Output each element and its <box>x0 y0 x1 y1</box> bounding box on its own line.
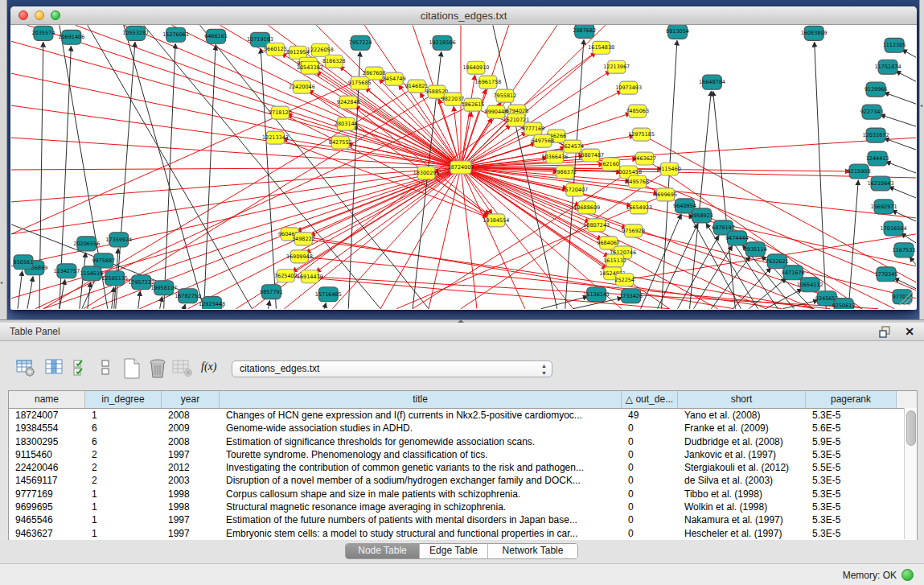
graph-node[interactable]: 7955812 <box>494 89 517 102</box>
graph-node[interactable]: 20206556 <box>73 237 100 251</box>
close-panel-icon[interactable]: ✕ <box>905 324 914 339</box>
graph-node[interactable]: 7986372 <box>553 166 577 179</box>
column-header-in_degree[interactable]: in_degree <box>85 391 162 408</box>
graph-node[interactable]: 850561 <box>14 255 34 270</box>
graph-node[interactable]: 1615132 <box>603 254 626 267</box>
column-header-out_de[interactable]: △ out_de... <box>622 391 678 408</box>
column-header-pagerank[interactable]: pagerank <box>806 391 897 408</box>
graph-node[interactable]: 8495768 <box>626 175 649 188</box>
graph-node[interactable]: 16154838 <box>588 41 614 54</box>
graph-node[interactable]: 19218586 <box>429 35 456 50</box>
graph-node[interactable]: 7485063 <box>626 105 649 117</box>
graph-node[interactable]: 8454749 <box>383 72 406 85</box>
table-row[interactable]: 977716911998Corpus callosum shape and si… <box>9 488 917 501</box>
graph-node[interactable]: 16782759 <box>175 289 201 303</box>
graph-node[interactable]: 9227343 <box>860 105 884 119</box>
graph-node[interactable]: 8186328 <box>322 55 346 68</box>
graph-node[interactable]: 8427552 <box>329 136 352 149</box>
graph-node[interactable]: 11751074 <box>875 60 901 74</box>
table-row[interactable]: 1830029562008Estimation of significance … <box>9 435 917 448</box>
graph-node[interactable]: 8958923 <box>690 208 713 223</box>
tab-network-table[interactable]: Network Table <box>488 544 577 558</box>
graph-node[interactable]: 17016504 <box>881 221 907 236</box>
graph-node[interactable]: 3624574 <box>561 140 584 153</box>
graph-node[interactable]: 9474444 <box>725 231 749 245</box>
graph-node[interactable]: 1244413 <box>866 151 889 166</box>
graph-node[interactable]: 9250612 <box>832 299 856 309</box>
graph-node[interactable]: 9756928 <box>622 225 645 237</box>
graph-node[interactable]: 2718120 <box>269 106 292 119</box>
graph-node[interactable]: 9699695 <box>654 188 677 201</box>
tab-node-table[interactable]: Node Table <box>346 544 420 558</box>
network-window-titlebar[interactable]: citations_edges.txt <box>10 6 917 25</box>
graph-node[interactable]: 1167533 <box>893 243 916 257</box>
graph-node[interactable]: 252254 <box>614 274 634 286</box>
graph-node[interactable]: 16909948 <box>286 250 313 263</box>
graph-node[interactable]: 12975185 <box>628 128 655 141</box>
graph-node[interactable]: 12505135 <box>101 271 128 286</box>
table-row[interactable]: 969969511998Structural magnetic resonanc… <box>9 501 917 513</box>
new-table-icon[interactable] <box>122 358 142 379</box>
table-column-icon[interactable] <box>45 358 64 377</box>
graph-node[interactable]: 8471676 <box>782 266 805 280</box>
column-header-name[interactable]: name <box>9 391 85 408</box>
graph-node[interactable]: 2035574 <box>32 26 55 40</box>
graph-node[interactable]: 9175685 <box>348 76 372 89</box>
graph-node[interactable]: 16961758 <box>474 76 501 89</box>
select-all-icon[interactable] <box>72 358 92 377</box>
graph-node[interactable]: 8813054 <box>666 25 689 39</box>
table-source-select[interactable]: citations_edges.txt ▲▼ <box>232 360 552 377</box>
graph-node[interactable]: 20691406 <box>58 30 84 44</box>
graph-node[interactable]: 12923448 <box>199 297 225 309</box>
graph-node[interactable]: 10654112 <box>797 278 823 292</box>
graph-node[interactable]: 1770345 <box>875 267 898 282</box>
graph-node[interactable]: 2087682 <box>573 25 596 38</box>
column-header-short[interactable]: short <box>678 391 806 408</box>
column-header-title[interactable]: title <box>220 391 622 408</box>
graph-node[interactable]: 16083809 <box>801 26 827 40</box>
graph-node[interactable]: 15716485 <box>315 287 342 302</box>
graph-node[interactable]: 1862615 <box>462 98 485 111</box>
graph-node[interactable]: 12213967 <box>603 60 630 73</box>
graph-node[interactable]: 3498222 <box>292 233 315 245</box>
graph-node[interactable]: 17359924 <box>105 233 132 247</box>
graph-node[interactable]: 18640910 <box>463 61 490 74</box>
graph-node[interactable]: 1154519 <box>80 266 103 281</box>
graph-node[interactable]: 15276061 <box>162 27 189 42</box>
graph-node[interactable]: 12342757 <box>53 264 80 278</box>
table-settings-icon[interactable] <box>16 358 35 377</box>
graph-node[interactable]: 1733426 <box>619 289 643 303</box>
graph-node[interactable]: 20366436 <box>541 150 568 163</box>
graph-node[interactable]: 9857791 <box>260 285 283 299</box>
table-row[interactable]: 1872400712008Changes of HCN gene express… <box>9 409 917 422</box>
graph-node[interactable]: 9975887 <box>92 253 115 268</box>
graph-node[interactable]: 9463627 <box>633 152 656 165</box>
table-scrollbar[interactable] <box>904 408 917 539</box>
function-builder-icon[interactable]: f(x) <box>201 360 216 373</box>
float-panel-icon[interactable] <box>879 325 892 338</box>
graph-node[interactable]: 15136141 <box>583 287 610 302</box>
graph-node[interactable]: 9660123 <box>264 43 287 56</box>
table-row[interactable]: 946362711997Embryonic stem cells: a mode… <box>9 527 917 540</box>
graph-node[interactable]: 16210643 <box>868 176 894 191</box>
graph-node[interactable]: 16654923 <box>626 201 652 214</box>
graph-node[interactable]: 15692971 <box>871 200 897 214</box>
graph-node[interactable]: 18724007 <box>448 161 474 174</box>
scrollbar-thumb[interactable] <box>906 410 916 446</box>
graph-node[interactable]: 19958107 <box>150 281 177 295</box>
graph-node[interactable]: 8215958 <box>848 164 871 179</box>
window-resize-grip[interactable] <box>896 289 914 307</box>
graph-node[interactable]: 9129966 <box>864 82 888 97</box>
graph-node[interactable]: 12033872 <box>863 128 889 142</box>
unselect-rows-icon[interactable] <box>100 358 113 377</box>
graph-node[interactable]: 6466161 <box>204 29 228 43</box>
graph-node[interactable]: 2935114 <box>744 242 767 257</box>
graph-node[interactable]: 9242848 <box>337 96 360 109</box>
network-canvas[interactable]: 2035574206914061055328715276061646616110… <box>11 25 916 309</box>
graph-node[interactable]: 6497568 <box>531 134 554 147</box>
table-row[interactable]: 2242004622012Investigating the contribut… <box>9 461 917 474</box>
graph-node[interactable]: 2803144 <box>335 117 358 130</box>
graph-node[interactable]: 9777169 <box>521 122 544 135</box>
graph-node[interactable]: 9115460 <box>658 163 681 175</box>
graph-node[interactable]: 1112305 <box>883 38 906 52</box>
